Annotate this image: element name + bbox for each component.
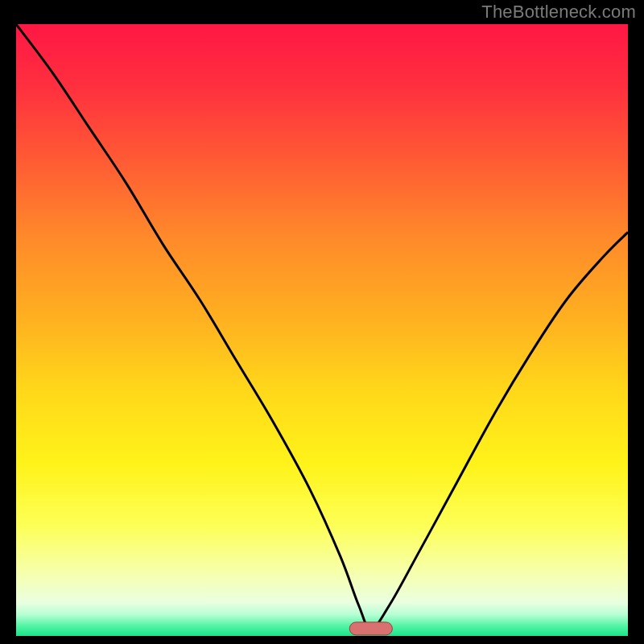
optimum-marker [349,622,392,635]
plot-area [16,24,628,636]
gradient-background [16,24,628,636]
chart-frame: TheBottleneck.com [0,0,644,644]
bottleneck-chart [16,24,628,636]
watermark-text: TheBottleneck.com [481,2,636,23]
